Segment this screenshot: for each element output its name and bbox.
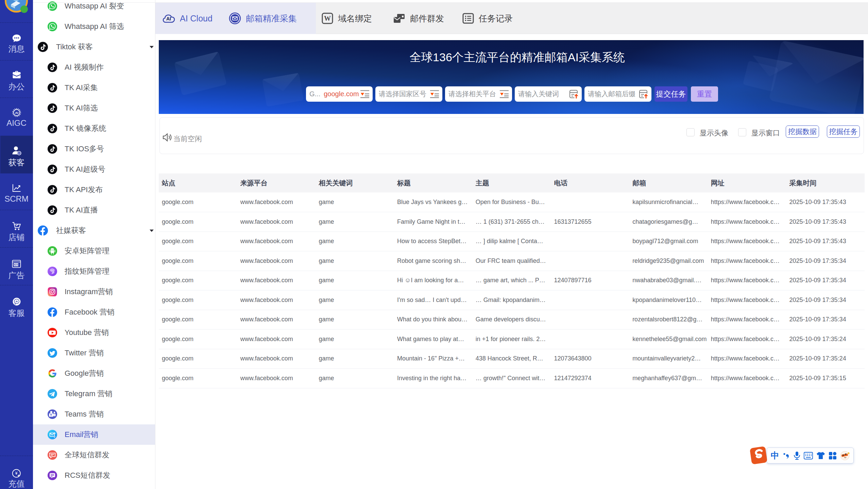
- svg-text:AI: AI: [166, 16, 171, 21]
- svg-text:¥: ¥: [15, 471, 17, 476]
- svg-text:AI: AI: [15, 300, 18, 303]
- svg-text:AI: AI: [15, 111, 18, 115]
- svg-text:W: W: [324, 15, 331, 22]
- svg-text:ADS: ADS: [14, 264, 19, 266]
